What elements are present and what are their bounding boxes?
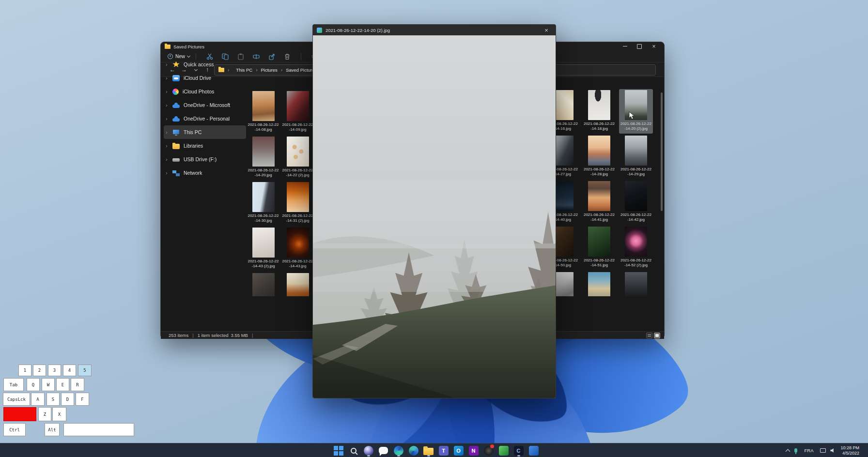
file-tile[interactable]: 2021-08-26-12-22-14-30.jpg	[247, 181, 280, 226]
sidebar-item-quick-access[interactable]: › Quick access	[164, 58, 246, 71]
viewer-close-button[interactable]: ×	[539, 25, 554, 35]
selection-info: 1 item selected	[198, 333, 229, 338]
chevron-right-icon[interactable]: ›	[166, 143, 170, 149]
sidebar-item-onedrive-microsoft[interactable]: › OneDrive - Microsoft	[164, 98, 246, 112]
chevron-right-icon[interactable]: ›	[166, 116, 170, 122]
system-tray: FRA 10:28 PM 4/5/2022	[786, 443, 868, 457]
file-tile[interactable]: 2021-08-26-12-22-14-09.jpg	[281, 90, 315, 135]
list-view-button[interactable]	[646, 333, 652, 338]
tray-date: 4/5/2022	[840, 451, 859, 456]
green-app-icon[interactable]	[497, 444, 510, 457]
file-name: 2021-08-26-12-22-14-20 (2).jpg	[620, 122, 652, 131]
file-thumbnail	[625, 272, 647, 296]
file-thumbnail	[252, 91, 275, 121]
key-5-pressed: 5	[78, 365, 92, 376]
sidebar-icon	[172, 158, 180, 162]
chevron-right-icon[interactable]: ›	[166, 170, 170, 176]
mouse-cursor	[629, 111, 636, 120]
language-indicator[interactable]: FRA	[804, 448, 813, 453]
file-tile[interactable]: 2021-08-26-12-22-14-53.jpg	[281, 272, 315, 296]
sidebar-item-icloud-photos[interactable]: › iCloud Photos	[164, 85, 246, 98]
sidebar-item-onedrive-personal[interactable]: › OneDrive - Personal	[164, 112, 246, 125]
shutter-app-icon[interactable]	[482, 444, 495, 457]
image-file-icon	[317, 28, 322, 33]
file-tile[interactable]: 2021-08-26-12-22-14-08.jpg	[247, 90, 280, 135]
file-name: 2021-08-26-12-22-14-29.jpg	[620, 167, 652, 177]
key-s: S	[46, 393, 60, 406]
file-name: 2021-08-26-12-22-14-22 (2).jpg	[281, 168, 314, 178]
volume-icon[interactable]	[830, 448, 835, 453]
start-button-icon[interactable]	[332, 444, 345, 457]
file-tile[interactable]: 2021-08-26-12-22-14-52.jpg	[247, 272, 280, 296]
microphone-icon[interactable]	[794, 448, 797, 453]
c-app-icon[interactable]: C	[512, 444, 525, 457]
close-button[interactable]: ×	[647, 42, 661, 50]
chevron-right-icon[interactable]: ›	[166, 61, 170, 67]
taskbar: T O N	[0, 443, 868, 457]
scrollbar-thumb[interactable]	[661, 92, 663, 211]
breadcrumb-pictures[interactable]: Pictures	[261, 67, 277, 73]
file-tile[interactable]: 2021-08-26-12-22-14-43 (2).jpg	[247, 227, 280, 271]
viewer-titlebar[interactable]: 2021-08-26-12-22-14-20 (2).jpg ×	[313, 25, 556, 35]
file-tile[interactable]: 2021-08-26-12-22-14-61 (2).jpg	[582, 271, 616, 296]
chevron-right-icon[interactable]: ›	[166, 89, 170, 94]
thumbnail-view-button[interactable]	[654, 333, 660, 338]
file-tile[interactable]: 2021-08-26-12-22-14-43.jpg	[281, 227, 315, 271]
file-tile[interactable]: 2021-08-26-12-22-14-28.jpg	[582, 135, 616, 179]
file-name: 2021-08-26-12-22-14-41.jpg	[583, 213, 616, 222]
edge-beta-browser-icon[interactable]	[407, 444, 420, 457]
maximize-button[interactable]	[632, 42, 647, 50]
edge-browser-icon[interactable]	[392, 444, 405, 457]
share-button[interactable]	[265, 52, 278, 61]
key-tab: Tab	[3, 378, 24, 391]
clock[interactable]: 10:28 PM 4/5/2022	[840, 445, 859, 456]
file-tile[interactable]: 2021-08-26-12-22-14-31 (2).jpg	[281, 181, 315, 226]
sidebar-item-usb-drive[interactable]: › USB Drive (F:)	[164, 152, 246, 166]
file-tile[interactable]: 2021-08-26-12-22-14-52 (2).jpg	[619, 226, 653, 270]
file-tile[interactable]: 2021-08-26-12-22-14-42.jpg	[619, 180, 653, 225]
file-name: 2021-08-26-12-22-14-20.jpg	[247, 168, 280, 178]
sidebar-item-network[interactable]: › Network	[164, 166, 246, 180]
sidebar-icon	[172, 75, 180, 81]
delete-button[interactable]	[281, 52, 294, 61]
file-name: 2021-08-26-12-22-14-30.jpg	[247, 213, 280, 223]
sidebar-item-libraries[interactable]: › Libraries	[164, 139, 246, 152]
sidebar-item-icloud-drive[interactable]: › iCloud Drive	[164, 71, 246, 85]
chevron-right-icon[interactable]: ›	[166, 129, 170, 135]
file-tile[interactable]: 2021-08-26-12-22-14-61.jpg	[619, 271, 653, 296]
chat-icon[interactable]	[377, 444, 390, 457]
file-name: 2021-08-26-12-22-14-09.jpg	[281, 122, 314, 132]
search-icon[interactable]	[347, 444, 360, 457]
file-tile[interactable]: 2021-08-26-12-22-14-41.jpg	[582, 180, 616, 225]
file-thumbnail	[252, 273, 275, 296]
file-tile[interactable]: 2021-08-26-12-22-14-18.jpg	[582, 89, 616, 134]
chevron-right-icon[interactable]: ›	[166, 156, 170, 162]
key-capslock: CapsLck	[3, 393, 30, 406]
file-tile[interactable]: 2021-08-26-12-22-14-20.jpg	[247, 136, 280, 180]
file-tile[interactable]: 2021-08-26-12-22-14-51.jpg	[582, 226, 616, 270]
file-thumbnail	[287, 91, 309, 121]
rename-icon	[253, 53, 260, 60]
file-thumbnail	[588, 272, 610, 296]
outlook-icon[interactable]: O	[452, 444, 465, 457]
file-explorer-icon[interactable]	[422, 444, 435, 457]
sidebar-item-this-pc[interactable]: › This PC	[164, 125, 246, 139]
onenote-icon[interactable]: N	[467, 444, 480, 457]
chevron-right-icon[interactable]: ›	[166, 102, 170, 108]
sidebar-icon	[172, 144, 180, 149]
file-tile[interactable]: 2021-08-26-12-22-14-29.jpg	[619, 135, 653, 179]
network-icon[interactable]	[820, 448, 826, 453]
scrollbar[interactable]	[660, 86, 663, 328]
file-thumbnail	[625, 136, 647, 166]
minimize-button[interactable]	[618, 42, 632, 50]
hidden-icons-chevron[interactable]	[786, 449, 790, 454]
teams-icon[interactable]: T	[437, 444, 450, 457]
rename-button[interactable]	[250, 52, 263, 61]
key-x: X	[52, 407, 66, 421]
file-thumbnail	[287, 228, 309, 258]
chevron-right-icon[interactable]: ›	[166, 75, 170, 81]
blue-app-icon[interactable]	[527, 444, 540, 457]
cortana-icon[interactable]	[362, 444, 375, 457]
file-tile[interactable]: 2021-08-26-12-22-14-22 (2).jpg	[281, 136, 315, 180]
chevron-down-icon	[187, 54, 190, 58]
